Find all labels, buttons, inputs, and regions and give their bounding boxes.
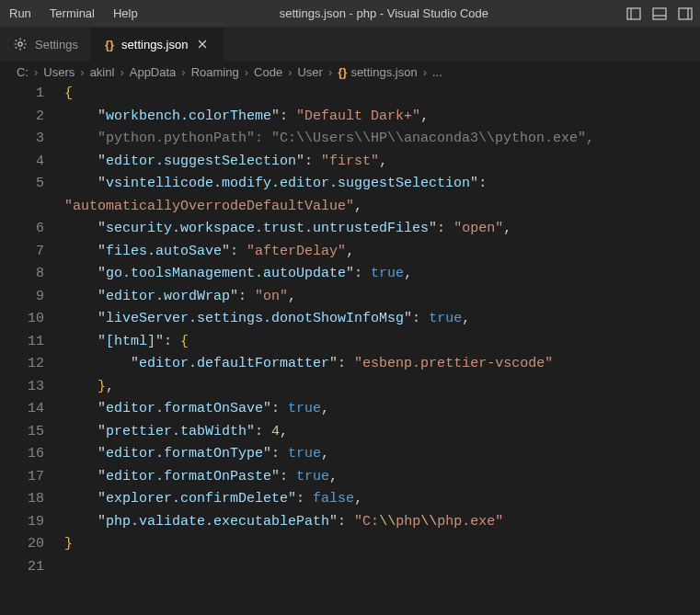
code-line[interactable]: "liveServer.settings.donotShowInfoMsg": … [64, 308, 700, 331]
breadcrumb[interactable]: C:›Users›akinl›AppData›Roaming›Code›User… [0, 61, 700, 83]
line-number: 19 [0, 511, 44, 534]
line-number: 16 [0, 443, 44, 466]
line-number: 11 [0, 331, 44, 354]
menu-terminal[interactable]: Terminal [40, 0, 104, 27]
crumb-text: User [297, 65, 322, 79]
json-icon: {} [338, 65, 347, 79]
tab-label: settings.json [121, 38, 188, 51]
line-number: 6 [0, 218, 44, 241]
code-line[interactable]: "security.workspace.trust.untrustedFiles… [64, 218, 700, 241]
crumb-segment[interactable]: Roaming [191, 65, 239, 79]
menu-run[interactable]: Run [0, 0, 40, 27]
code-line[interactable]: "editor.suggestSelection": "first", [64, 151, 700, 174]
crumb-segment[interactable]: User [297, 65, 322, 79]
crumb-segment[interactable]: C: [17, 65, 29, 79]
code-area[interactable]: { "workbench.colorTheme": "Default Dark+… [64, 83, 700, 578]
line-number: 18 [0, 488, 44, 511]
svg-rect-0 [627, 8, 640, 19]
menu-help[interactable]: Help [104, 0, 147, 27]
line-number: 13 [0, 376, 44, 399]
crumb-text: AppData [130, 65, 177, 79]
close-icon[interactable] [195, 37, 210, 51]
code-line[interactable]: "python.pythonPath": "C:\\Users\\HP\\ana… [64, 128, 700, 151]
editor[interactable]: 123456789101112131415161718192021 { "wor… [0, 83, 700, 578]
json-icon: {} [105, 38, 114, 51]
tab-settings-json[interactable]: {} settings.json [92, 28, 224, 61]
line-number: 21 [0, 556, 44, 579]
crumb-segment[interactable]: {}settings.json [338, 65, 417, 79]
line-number: 10 [0, 308, 44, 331]
chevron-right-icon: › [328, 65, 332, 79]
chevron-right-icon: › [120, 65, 123, 79]
svg-rect-2 [653, 8, 666, 19]
crumb-text: C: [17, 65, 29, 79]
code-line[interactable]: "php.validate.executablePath": "C:\\php\… [64, 511, 700, 534]
svg-point-6 [18, 42, 22, 46]
code-line[interactable]: "editor.formatOnPaste": true, [64, 466, 700, 489]
code-line[interactable]: }, [64, 376, 700, 399]
gear-icon [13, 37, 28, 51]
crumb-text: Roaming [191, 65, 239, 79]
line-number: 1 [0, 83, 44, 106]
line-number: 20 [0, 533, 44, 556]
crumb-segment[interactable]: Users [43, 65, 75, 79]
code-line[interactable]: "editor.wordWrap": "on", [64, 286, 700, 309]
line-number: 5 [0, 173, 44, 196]
line-number-cont [0, 196, 44, 219]
code-line[interactable]: } [64, 533, 700, 556]
layout-left-icon[interactable] [621, 5, 647, 23]
chevron-right-icon: › [245, 65, 248, 79]
line-number: 2 [0, 106, 44, 129]
code-line[interactable]: "go.toolsManagement.autoUpdate": true, [64, 263, 700, 286]
code-line[interactable]: "prettier.tabWidth": 4, [64, 421, 700, 444]
chevron-right-icon: › [80, 65, 84, 79]
line-number: 8 [0, 263, 44, 286]
line-number: 3 [0, 128, 44, 151]
code-line[interactable]: "explorer.confirmDelete": false, [64, 488, 700, 511]
line-number: 9 [0, 286, 44, 309]
code-line[interactable]: "files.autoSave": "afterDelay", [64, 241, 700, 264]
line-number-gutter: 123456789101112131415161718192021 [0, 83, 64, 578]
window-title: settings.json - php - Visual Studio Code [147, 6, 621, 20]
layout-bottom-icon[interactable] [647, 5, 672, 23]
crumb-text: settings.json [350, 65, 417, 79]
code-line[interactable]: "editor.formatOnType": true, [64, 443, 700, 466]
titlebar: Run Terminal Help settings.json - php - … [0, 0, 700, 28]
tabs-row: Settings {} settings.json [0, 28, 700, 61]
layout-right-icon[interactable] [672, 5, 698, 23]
code-line[interactable]: "workbench.colorTheme": "Default Dark+", [64, 106, 700, 129]
crumb-text: Code [254, 65, 282, 79]
crumb-text: Users [43, 65, 75, 79]
code-line[interactable]: "automaticallyOverrodeDefaultValue", [64, 196, 700, 219]
code-line[interactable]: { [64, 83, 700, 106]
tab-label: Settings [35, 38, 78, 51]
chevron-right-icon: › [34, 65, 38, 79]
svg-rect-4 [679, 8, 692, 19]
line-number: 7 [0, 241, 44, 264]
line-number: 17 [0, 466, 44, 489]
code-line[interactable]: "editor.formatOnSave": true, [64, 398, 700, 421]
code-line[interactable]: "[html]": { [64, 331, 700, 354]
line-number: 15 [0, 421, 44, 444]
chevron-right-icon: › [181, 65, 185, 79]
chevron-right-icon: › [423, 65, 427, 79]
crumb-segment[interactable]: akinl [90, 65, 115, 79]
code-line[interactable]: "vsintellicode.modify.editor.suggestSele… [64, 173, 700, 196]
line-number: 14 [0, 398, 44, 421]
tab-settings[interactable]: Settings [0, 28, 92, 61]
code-line[interactable]: "editor.defaultFormatter": "esbenp.prett… [64, 353, 700, 376]
crumb-segment[interactable]: ... [432, 65, 442, 79]
line-number: 4 [0, 151, 44, 174]
crumb-segment[interactable]: Code [254, 65, 282, 79]
line-number: 12 [0, 353, 44, 376]
code-line[interactable] [64, 556, 700, 579]
crumb-segment[interactable]: AppData [130, 65, 177, 79]
crumb-text: ... [432, 65, 442, 79]
crumb-text: akinl [90, 65, 115, 79]
chevron-right-icon: › [288, 65, 292, 79]
